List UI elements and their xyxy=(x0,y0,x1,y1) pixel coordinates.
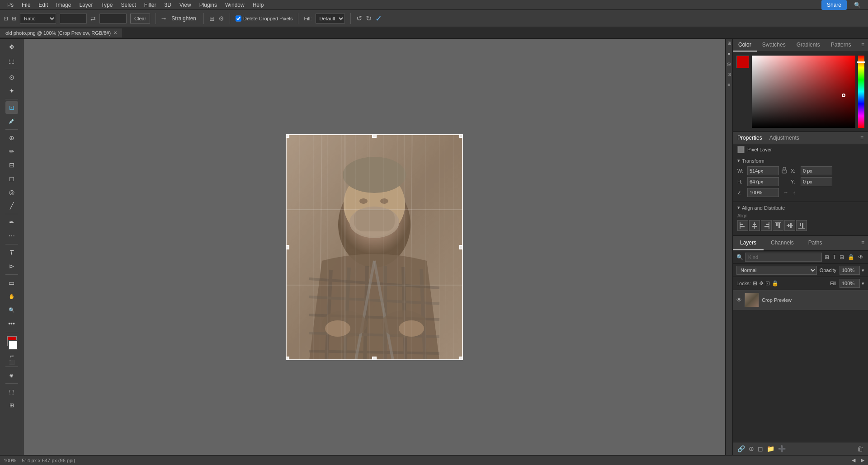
color-spectrum[interactable] xyxy=(752,56,855,128)
align-center-h-button[interactable] xyxy=(749,220,760,231)
fill-arrow[interactable]: ▾ xyxy=(862,281,864,287)
angle-input[interactable] xyxy=(747,188,779,197)
frame-tool[interactable]: ⬚ xyxy=(5,385,18,398)
quick-mask-tool[interactable]: ◉ xyxy=(5,369,18,381)
menu-window[interactable]: Window xyxy=(222,1,248,9)
line-tool[interactable] xyxy=(5,199,18,212)
path-select-tool[interactable] xyxy=(5,260,18,272)
crop-handle-mr[interactable] xyxy=(459,245,463,249)
layer-item[interactable]: 👁 Crop Preview xyxy=(733,290,868,310)
lock-pixels-btn[interactable]: ⊞ xyxy=(753,280,757,287)
collapse-icon-1[interactable]: ⊞ xyxy=(727,41,731,46)
menu-3d[interactable]: 3D xyxy=(160,1,175,9)
opacity-arrow[interactable]: ▾ xyxy=(862,268,864,273)
text-tool[interactable] xyxy=(5,246,18,259)
lock-artboards-btn[interactable]: ⊡ xyxy=(765,280,770,287)
flip-h-icon[interactable]: ↔ xyxy=(783,190,788,195)
tab-adjustments[interactable]: Adjustments xyxy=(769,135,799,141)
pen-tool[interactable] xyxy=(5,216,18,229)
search-icon[interactable]: 🔍 xyxy=(850,1,864,9)
layers-icon-btn-4[interactable]: 🔒 xyxy=(847,253,855,261)
height-input[interactable] xyxy=(99,14,127,23)
transform-title[interactable]: Transform xyxy=(737,158,863,164)
tab-properties[interactable]: Properties xyxy=(737,135,762,141)
points-tool[interactable]: ⋯ xyxy=(5,230,18,242)
confirm-crop-button[interactable]: ✓ xyxy=(375,14,382,23)
heal-tool[interactable] xyxy=(5,132,18,144)
more-tools[interactable]: ••• xyxy=(5,317,18,330)
menu-select[interactable]: Select xyxy=(117,1,139,9)
clone-tool[interactable] xyxy=(5,159,18,171)
default-colors-icon[interactable]: ⬛ xyxy=(9,360,14,365)
menu-ps[interactable]: Ps xyxy=(4,1,17,9)
align-right-button[interactable] xyxy=(761,220,772,231)
artboard-tool[interactable]: ⊞ xyxy=(5,399,18,412)
align-bottom-button[interactable] xyxy=(796,220,807,231)
doc-tab[interactable]: old photo.png @ 100% (Crop Preview, RGB/… xyxy=(0,28,123,38)
color-preview[interactable] xyxy=(736,56,749,68)
tab-color[interactable]: Color xyxy=(733,39,757,52)
grid-icon[interactable]: ⊞ xyxy=(209,15,215,22)
new-layer-btn[interactable]: ➕ xyxy=(777,444,787,453)
blend-mode-select[interactable]: Normal xyxy=(736,266,817,275)
swap-dimensions-icon[interactable]: ⇄ xyxy=(90,15,96,22)
tab-patterns[interactable]: Patterns xyxy=(826,39,857,52)
group-btn[interactable]: 📁 xyxy=(766,444,775,453)
layers-icon-btn-1[interactable]: ⊞ xyxy=(824,253,830,261)
fill-select[interactable]: Default xyxy=(316,14,345,23)
brush-tool[interactable] xyxy=(5,145,18,158)
magic-tool[interactable] xyxy=(5,85,18,97)
menu-file[interactable]: File xyxy=(18,1,34,9)
crop-handle-bl[interactable] xyxy=(286,357,289,360)
crop-handle-tc[interactable] xyxy=(372,134,377,138)
layer-style-btn[interactable]: ⊕ xyxy=(748,444,755,453)
link-icon[interactable] xyxy=(782,167,788,175)
menu-help[interactable]: Help xyxy=(249,1,268,9)
y-input[interactable] xyxy=(801,177,832,186)
lock-position-btn[interactable]: ✥ xyxy=(759,280,764,287)
redo-icon[interactable]: ↻ xyxy=(366,14,372,23)
eyedropper-tool[interactable]: 💉 xyxy=(5,115,18,127)
tab-layers[interactable]: Layers xyxy=(733,236,764,250)
crop-handle-br[interactable] xyxy=(459,357,463,360)
menu-view[interactable]: View xyxy=(176,1,195,9)
crop-handle-tl[interactable] xyxy=(286,134,289,138)
hue-slider[interactable] xyxy=(858,56,864,128)
collapse-icon-5[interactable]: ≡ xyxy=(728,82,731,87)
crop-handle-ml[interactable] xyxy=(286,245,289,249)
delete-cropped-checkbox[interactable]: Delete Cropped Pixels xyxy=(236,14,292,23)
delete-layer-btn[interactable]: 🗑 xyxy=(856,444,864,453)
settings-icon[interactable]: ⚙ xyxy=(218,15,224,22)
align-top-button[interactable] xyxy=(773,220,783,231)
zoom-tool[interactable]: 🔍 xyxy=(5,304,18,316)
hand-tool[interactable]: ✋ xyxy=(5,290,18,303)
link-layers-btn[interactable]: 🔗 xyxy=(736,444,746,453)
crop-handle-bc[interactable] xyxy=(372,357,377,360)
layers-search-input[interactable] xyxy=(745,253,822,262)
nav-arrow-right[interactable]: ▶ xyxy=(861,457,864,463)
align-middle-v-button[interactable] xyxy=(784,220,795,231)
canvas-area[interactable] xyxy=(24,39,725,455)
doc-tab-close[interactable]: ✕ xyxy=(113,30,117,35)
menu-type[interactable]: Type xyxy=(97,1,116,9)
lasso-tool[interactable] xyxy=(5,71,18,84)
crop-tool[interactable]: ⊡ xyxy=(5,101,18,114)
w-input[interactable] xyxy=(747,166,779,175)
menu-layer[interactable]: Layer xyxy=(75,1,96,9)
tab-swatches[interactable]: Swatches xyxy=(757,39,791,52)
layer-visibility-icon[interactable]: 👁 xyxy=(736,297,742,303)
collapse-icon-2[interactable]: ● xyxy=(727,51,730,56)
blur-tool[interactable] xyxy=(5,186,18,198)
flip-v-icon[interactable]: ↕ xyxy=(793,190,796,195)
menu-plugins[interactable]: Plugins xyxy=(196,1,221,9)
align-left-button[interactable] xyxy=(737,220,748,231)
nav-arrow-left[interactable]: ◀ xyxy=(852,457,855,463)
layers-icon-btn-2[interactable]: T xyxy=(832,253,837,261)
lock-all-btn[interactable]: 🔒 xyxy=(772,280,778,287)
ratio-select[interactable]: Ratio xyxy=(20,14,56,23)
move-tool[interactable] xyxy=(5,41,18,53)
shape-tool[interactable] xyxy=(5,277,18,289)
width-input[interactable] xyxy=(60,14,87,23)
menu-edit[interactable]: Edit xyxy=(35,1,52,9)
layers-panel-menu[interactable]: ≡ xyxy=(858,236,868,250)
